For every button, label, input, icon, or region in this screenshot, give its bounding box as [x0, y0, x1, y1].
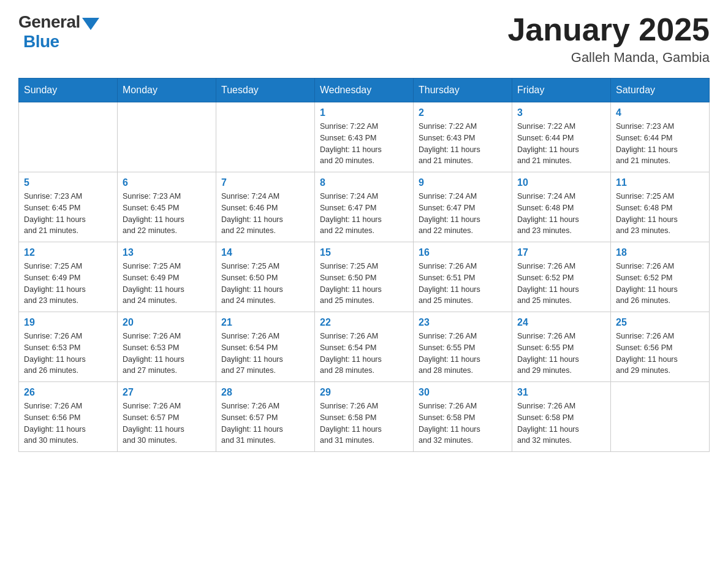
day-number: 23 — [419, 317, 507, 328]
day-info: Sunrise: 7:22 AM Sunset: 6:43 PM Dayligh… — [320, 121, 408, 167]
day-number: 17 — [517, 247, 605, 258]
calendar-cell: 9Sunrise: 7:24 AM Sunset: 6:47 PM Daylig… — [414, 172, 512, 242]
calendar-cell: 13Sunrise: 7:25 AM Sunset: 6:49 PM Dayli… — [118, 242, 216, 312]
day-number: 22 — [320, 317, 408, 328]
day-info: Sunrise: 7:25 AM Sunset: 6:49 PM Dayligh… — [123, 261, 211, 307]
day-info: Sunrise: 7:25 AM Sunset: 6:50 PM Dayligh… — [221, 261, 309, 307]
week-row-2: 5Sunrise: 7:23 AM Sunset: 6:45 PM Daylig… — [19, 172, 710, 242]
day-info: Sunrise: 7:25 AM Sunset: 6:50 PM Dayligh… — [320, 261, 408, 307]
calendar-title: January 2025 — [507, 12, 710, 47]
day-info: Sunrise: 7:23 AM Sunset: 6:45 PM Dayligh… — [24, 191, 112, 237]
day-number: 26 — [24, 387, 112, 398]
calendar-cell: 1Sunrise: 7:22 AM Sunset: 6:43 PM Daylig… — [315, 102, 414, 172]
day-info: Sunrise: 7:24 AM Sunset: 6:46 PM Dayligh… — [221, 191, 309, 237]
day-info: Sunrise: 7:26 AM Sunset: 6:52 PM Dayligh… — [517, 261, 605, 307]
day-number: 4 — [616, 107, 704, 118]
calendar-cell: 20Sunrise: 7:26 AM Sunset: 6:53 PM Dayli… — [118, 312, 216, 382]
day-number: 30 — [419, 387, 507, 398]
day-number: 9 — [419, 177, 507, 188]
calendar-cell: 12Sunrise: 7:25 AM Sunset: 6:49 PM Dayli… — [19, 242, 118, 312]
day-number: 19 — [24, 317, 112, 328]
calendar-cell: 27Sunrise: 7:26 AM Sunset: 6:57 PM Dayli… — [118, 382, 216, 452]
day-info: Sunrise: 7:26 AM Sunset: 6:51 PM Dayligh… — [419, 261, 507, 307]
day-info: Sunrise: 7:26 AM Sunset: 6:58 PM Dayligh… — [419, 400, 507, 446]
day-info: Sunrise: 7:25 AM Sunset: 6:48 PM Dayligh… — [616, 191, 704, 237]
calendar-cell: 11Sunrise: 7:25 AM Sunset: 6:48 PM Dayli… — [611, 172, 710, 242]
day-number: 1 — [320, 107, 408, 118]
day-header-thursday: Thursday — [414, 79, 512, 102]
calendar-cell — [216, 102, 315, 172]
day-number: 29 — [320, 387, 408, 398]
calendar-header-row: SundayMondayTuesdayWednesdayThursdayFrid… — [19, 79, 710, 102]
day-header-tuesday: Tuesday — [216, 79, 315, 102]
calendar-cell: 7Sunrise: 7:24 AM Sunset: 6:46 PM Daylig… — [216, 172, 315, 242]
day-info: Sunrise: 7:24 AM Sunset: 6:48 PM Dayligh… — [517, 191, 605, 237]
logo-general-text: General — [18, 12, 80, 32]
day-number: 27 — [123, 387, 211, 398]
day-number: 14 — [221, 247, 309, 258]
day-info: Sunrise: 7:26 AM Sunset: 6:53 PM Dayligh… — [24, 331, 112, 377]
day-number: 28 — [221, 387, 309, 398]
day-info: Sunrise: 7:26 AM Sunset: 6:54 PM Dayligh… — [221, 331, 309, 377]
calendar-cell: 16Sunrise: 7:26 AM Sunset: 6:51 PM Dayli… — [414, 242, 512, 312]
day-info: Sunrise: 7:23 AM Sunset: 6:44 PM Dayligh… — [616, 121, 704, 167]
day-info: Sunrise: 7:26 AM Sunset: 6:58 PM Dayligh… — [320, 400, 408, 446]
calendar-cell: 30Sunrise: 7:26 AM Sunset: 6:58 PM Dayli… — [414, 382, 512, 452]
day-number: 10 — [517, 177, 605, 188]
calendar-cell — [611, 382, 710, 452]
day-info: Sunrise: 7:26 AM Sunset: 6:55 PM Dayligh… — [419, 331, 507, 377]
day-info: Sunrise: 7:26 AM Sunset: 6:53 PM Dayligh… — [123, 331, 211, 377]
day-header-saturday: Saturday — [611, 79, 710, 102]
day-number: 24 — [517, 317, 605, 328]
calendar-cell: 31Sunrise: 7:26 AM Sunset: 6:58 PM Dayli… — [512, 382, 611, 452]
day-number: 25 — [616, 317, 704, 328]
calendar-cell: 5Sunrise: 7:23 AM Sunset: 6:45 PM Daylig… — [19, 172, 118, 242]
title-section: January 2025 Galleh Manda, Gambia — [507, 12, 710, 66]
day-number: 5 — [24, 177, 112, 188]
day-number: 11 — [616, 177, 704, 188]
week-row-1: 1Sunrise: 7:22 AM Sunset: 6:43 PM Daylig… — [19, 102, 710, 172]
week-row-5: 26Sunrise: 7:26 AM Sunset: 6:56 PM Dayli… — [19, 382, 710, 452]
logo: General Blue — [18, 12, 99, 52]
calendar-cell: 14Sunrise: 7:25 AM Sunset: 6:50 PM Dayli… — [216, 242, 315, 312]
day-number: 18 — [616, 247, 704, 258]
day-number: 6 — [123, 177, 211, 188]
day-info: Sunrise: 7:22 AM Sunset: 6:43 PM Dayligh… — [419, 121, 507, 167]
day-number: 16 — [419, 247, 507, 258]
week-row-3: 12Sunrise: 7:25 AM Sunset: 6:49 PM Dayli… — [19, 242, 710, 312]
logo-blue-text: Blue — [23, 32, 59, 52]
day-info: Sunrise: 7:26 AM Sunset: 6:58 PM Dayligh… — [517, 400, 605, 446]
day-number: 31 — [517, 387, 605, 398]
calendar-cell: 15Sunrise: 7:25 AM Sunset: 6:50 PM Dayli… — [315, 242, 414, 312]
day-info: Sunrise: 7:24 AM Sunset: 6:47 PM Dayligh… — [320, 191, 408, 237]
day-info: Sunrise: 7:22 AM Sunset: 6:44 PM Dayligh… — [517, 121, 605, 167]
calendar-cell: 18Sunrise: 7:26 AM Sunset: 6:52 PM Dayli… — [611, 242, 710, 312]
day-number: 12 — [24, 247, 112, 258]
day-number: 13 — [123, 247, 211, 258]
calendar-cell: 2Sunrise: 7:22 AM Sunset: 6:43 PM Daylig… — [414, 102, 512, 172]
day-header-friday: Friday — [512, 79, 611, 102]
calendar-cell: 10Sunrise: 7:24 AM Sunset: 6:48 PM Dayli… — [512, 172, 611, 242]
calendar-cell: 8Sunrise: 7:24 AM Sunset: 6:47 PM Daylig… — [315, 172, 414, 242]
calendar-subtitle: Galleh Manda, Gambia — [507, 50, 710, 66]
calendar-cell: 23Sunrise: 7:26 AM Sunset: 6:55 PM Dayli… — [414, 312, 512, 382]
calendar-cell — [19, 102, 118, 172]
day-number: 15 — [320, 247, 408, 258]
day-info: Sunrise: 7:26 AM Sunset: 6:55 PM Dayligh… — [517, 331, 605, 377]
day-header-wednesday: Wednesday — [315, 79, 414, 102]
calendar-cell — [118, 102, 216, 172]
calendar-cell: 25Sunrise: 7:26 AM Sunset: 6:56 PM Dayli… — [611, 312, 710, 382]
calendar-cell: 26Sunrise: 7:26 AM Sunset: 6:56 PM Dayli… — [19, 382, 118, 452]
day-header-monday: Monday — [118, 79, 216, 102]
day-header-sunday: Sunday — [19, 79, 118, 102]
day-number: 2 — [419, 107, 507, 118]
day-info: Sunrise: 7:26 AM Sunset: 6:54 PM Dayligh… — [320, 331, 408, 377]
day-info: Sunrise: 7:25 AM Sunset: 6:49 PM Dayligh… — [24, 261, 112, 307]
week-row-4: 19Sunrise: 7:26 AM Sunset: 6:53 PM Dayli… — [19, 312, 710, 382]
calendar-cell: 19Sunrise: 7:26 AM Sunset: 6:53 PM Dayli… — [19, 312, 118, 382]
calendar-cell: 29Sunrise: 7:26 AM Sunset: 6:58 PM Dayli… — [315, 382, 414, 452]
day-number: 21 — [221, 317, 309, 328]
day-number: 8 — [320, 177, 408, 188]
calendar-cell: 6Sunrise: 7:23 AM Sunset: 6:45 PM Daylig… — [118, 172, 216, 242]
calendar-cell: 17Sunrise: 7:26 AM Sunset: 6:52 PM Dayli… — [512, 242, 611, 312]
